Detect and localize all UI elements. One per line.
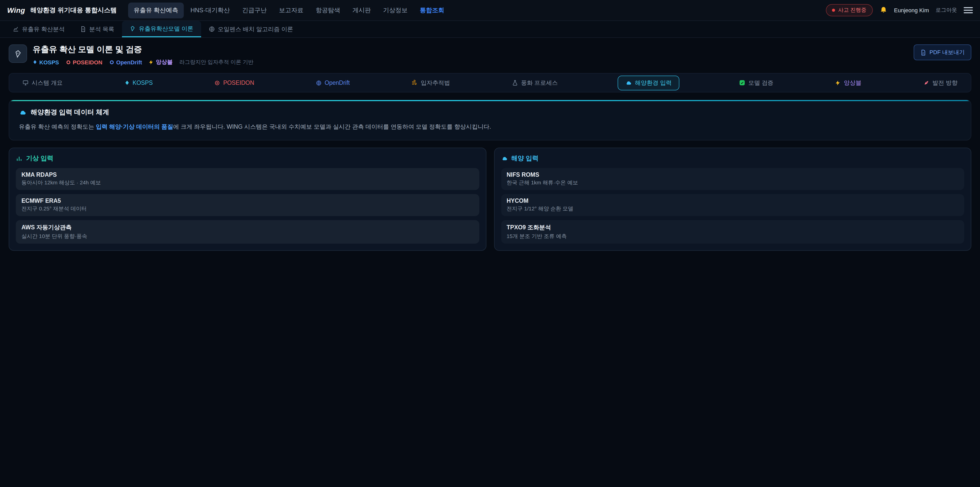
incident-status-label: 사고 진행중 — [838, 6, 866, 14]
list-item: AWS 자동기상관측 실시간 10분 단위 풍향·풍속 — [16, 220, 479, 244]
dataset-desc: 한국 근해 1km 해류·수온 예보 — [507, 179, 959, 187]
ocean-input-section: 해양환경 입력 데이터 체계 유출유 확산 예측의 정확도는 입력 해양·기상 … — [9, 100, 971, 141]
navbar-right: 사고 진행중 Eunjeong Kim 로그아웃 — [826, 4, 973, 16]
weather-card-header: 기상 입력 — [16, 155, 479, 163]
dataset-desc: 전지구 0.25° 재분석 데이터 — [21, 206, 473, 213]
dataset-name: ECMWF ERA5 — [21, 198, 473, 204]
cloud-icon — [501, 155, 508, 162]
pdf-export-label: PDF 내보내기 — [929, 48, 965, 56]
target-icon — [215, 80, 220, 86]
section-title: 해양환경 입력 데이터 체계 — [30, 108, 109, 117]
page-header: 유출유 확산 모델 이론 및 검증 KOSPS POSEIDON OpenDri… — [0, 38, 980, 72]
badge-opendrift: OpenDrift — [109, 59, 142, 65]
top-navbar: Wing 해양환경 위기대응 통합시스템 유출유 확산예측 HNS·대기확산 긴… — [0, 0, 980, 21]
ring-icon — [65, 59, 71, 65]
section-nav-roadmap[interactable]: 발전 방향 — [921, 76, 959, 89]
bolt-icon — [149, 59, 154, 65]
navbar-left: Wing 해양환경 위기대응 통합시스템 유출유 확산예측 HNS·대기확산 긴… — [7, 2, 450, 18]
section-nav-particle-tracking[interactable]: 입자추적법 — [409, 76, 452, 89]
section-nav-system-overview[interactable]: 시스템 개요 — [21, 76, 65, 89]
nav-item-aerial-search[interactable]: 항공탐색 — [310, 2, 346, 18]
chart-icon — [13, 26, 19, 32]
monitor-icon — [22, 80, 29, 86]
logout-button[interactable]: 로그아웃 — [935, 6, 957, 14]
globe-icon — [208, 26, 215, 32]
ocean-card-header: 해양 입력 — [501, 155, 964, 163]
paragraph-highlight: 입력 해양·기상 데이터의 품질 — [96, 124, 173, 130]
section-nav-model-validation[interactable]: 모델 검증 — [737, 76, 775, 89]
section-nav-ocean-input[interactable]: 해양환경 입력 — [617, 75, 679, 90]
bell-icon[interactable] — [879, 6, 887, 14]
paragraph-text: 에 크게 좌우됩니다. WING 시스템은 국내외 수치예보 모델과 실시간 관… — [173, 124, 491, 130]
dataset-name: TPXO9 조화분석 — [507, 224, 959, 232]
pdf-export-button[interactable]: PDF 내보내기 — [914, 45, 971, 60]
nav-item-weather-info[interactable]: 기상정보 — [377, 2, 413, 18]
section-nav-poseidon[interactable]: POSEIDON — [213, 77, 256, 89]
wind-icon — [411, 80, 417, 86]
user-name: Eunjeong Kim — [894, 7, 929, 13]
pen-nib-icon — [9, 45, 27, 63]
flask-icon — [512, 80, 518, 86]
page-meta: KOSPS POSEIDON OpenDrift 앙상블 라그랑지안 입자추 — [33, 58, 253, 66]
section-header: 해양환경 입력 데이터 체계 — [19, 108, 961, 117]
ring-icon — [109, 59, 114, 65]
list-item: TPXO9 조화분석 15개 분조 기반 조류 예측 — [501, 220, 964, 244]
list-item: HYCOM 전지구 1/12° 해양 순환 모델 — [501, 194, 964, 216]
app-root: Wing 해양환경 위기대응 통합시스템 유출유 확산예측 HNS·대기확산 긴… — [0, 0, 980, 487]
section-nav-ensemble[interactable]: 앙상블 — [833, 76, 864, 89]
list-item: ECMWF ERA5 전지구 0.25° 재분석 데이터 — [16, 194, 479, 216]
tab-label: 유출유확산모델 이론 — [139, 25, 193, 32]
bar-chart-icon — [16, 155, 22, 162]
section-nav-opendrift[interactable]: OpenDrift — [314, 77, 352, 89]
dataset-desc: 실시간 10분 단위 풍향·풍속 — [21, 233, 473, 240]
nav-item-oil-spill-prediction[interactable]: 유출유 확산예측 — [128, 2, 184, 18]
diamond-icon — [33, 60, 37, 64]
red-dot-icon — [832, 9, 835, 12]
document-icon — [80, 26, 86, 32]
logo[interactable]: Wing — [7, 6, 25, 14]
rocket-icon — [923, 80, 929, 86]
page-header-left: 유출유 확산 모델 이론 및 검증 KOSPS POSEIDON OpenDri… — [9, 45, 253, 66]
nav-item-board[interactable]: 게시판 — [347, 2, 376, 18]
dataset-name: AWS 자동기상관측 — [21, 224, 473, 232]
tab-spill-model-theory[interactable]: 유출유확산모델 이론 — [122, 21, 201, 37]
dataset-desc: 동아시아 12km 해상도 · 24h 예보 — [21, 179, 473, 187]
sub-tabbar: 유출유 확산분석 분석 목록 유출유확산모델 이론 오일펜스 배치 알고리즘 이… — [0, 21, 980, 38]
dataset-desc: 전지구 1/12° 해양 순환 모델 — [507, 206, 959, 213]
pen-nib-icon — [130, 26, 136, 32]
cloud-icon — [625, 80, 632, 86]
tab-analysis-list[interactable]: 분석 목록 — [72, 21, 122, 37]
screenshot-stage: Wing 해양환경 위기대응 통합시스템 유출유 확산예측 HNS·대기확산 긴… — [0, 0, 980, 487]
section-nav-kosps[interactable]: KOSPS — [122, 77, 155, 89]
tab-label: 유출유 확산분석 — [22, 25, 65, 33]
dataset-desc: 15개 분조 기반 조류 예측 — [507, 233, 959, 240]
badge-kosps: KOSPS — [33, 59, 59, 65]
page-header-text: 유출유 확산 모델 이론 및 검증 KOSPS POSEIDON OpenDri… — [33, 45, 253, 66]
tab-spill-analysis[interactable]: 유출유 확산분석 — [5, 21, 72, 37]
dataset-name: HYCOM — [507, 198, 959, 204]
section-nav: 시스템 개요 KOSPS POSEIDON OpenDrift 입자추적법 풍화… — [9, 73, 971, 93]
system-title: 해양환경 위기대응 통합시스템 — [30, 6, 117, 14]
pdf-icon — [920, 49, 926, 56]
nav-item-reports[interactable]: 보고자료 — [273, 2, 309, 18]
section-nav-weathering[interactable]: 풍화 프로세스 — [510, 76, 560, 89]
weather-input-card: 기상 입력 KMA RDAPS 동아시아 12km 해상도 · 24h 예보 E… — [9, 148, 486, 251]
page-title: 유출유 확산 모델 이론 및 검증 — [33, 45, 253, 55]
badge-poseidon: POSEIDON — [65, 59, 102, 65]
tab-label: 분석 목록 — [89, 25, 114, 33]
main-nav: 유출유 확산예측 HNS·대기확산 긴급구난 보고자료 항공탐색 게시판 기상정… — [128, 2, 450, 18]
tab-oil-fence-algorithm[interactable]: 오일펜스 배치 알고리즘 이론 — [201, 21, 301, 37]
nav-item-emergency-rescue[interactable]: 긴급구난 — [237, 2, 272, 18]
cloud-icon — [19, 109, 27, 116]
paragraph-text: 유출유 확산 예측의 정확도는 — [19, 124, 96, 130]
hamburger-menu-icon[interactable] — [964, 5, 973, 15]
nav-item-integrated-search[interactable]: 통합조회 — [414, 2, 450, 18]
page-subtitle: 라그랑지안 입자추적 이론 기반 — [180, 59, 254, 65]
dataset-name: NIFS ROMS — [507, 172, 959, 178]
incident-status-badge[interactable]: 사고 진행중 — [826, 4, 873, 16]
list-item: KMA RDAPS 동아시아 12km 해상도 · 24h 예보 — [16, 168, 479, 190]
tab-label: 오일펜스 배치 알고리즘 이론 — [218, 25, 293, 33]
data-cards-row: 기상 입력 KMA RDAPS 동아시아 12km 해상도 · 24h 예보 E… — [9, 148, 971, 251]
nav-item-hns-air-dispersion[interactable]: HNS·대기확산 — [185, 2, 235, 18]
check-icon — [739, 80, 745, 86]
